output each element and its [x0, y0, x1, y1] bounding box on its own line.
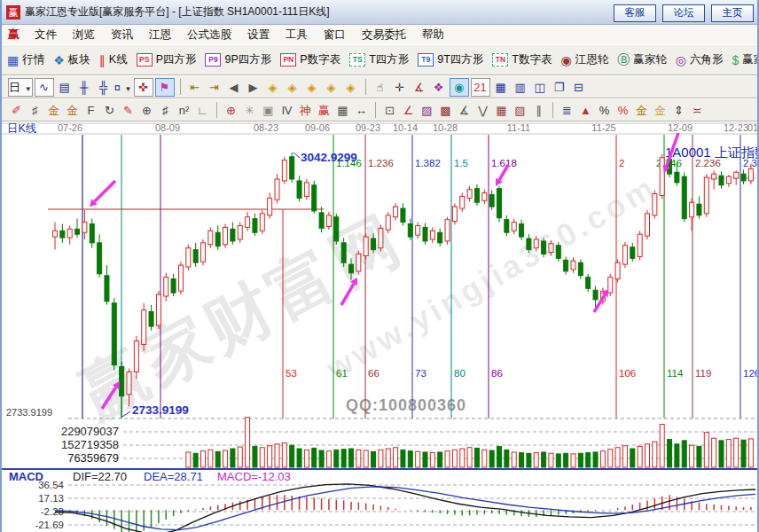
box-tool-icon[interactable]: ⊡: [382, 102, 398, 119]
toolbar-label: T四方形: [369, 52, 409, 67]
gold-grid-1-icon[interactable]: 金: [46, 102, 62, 119]
zoom-down-icon[interactable]: ◈: [284, 79, 301, 96]
fibonacci-grid-icon[interactable]: F: [83, 102, 99, 119]
toolbar-item-kline[interactable]: ∥K线: [99, 52, 128, 67]
calendar-icon[interactable]: 21: [471, 78, 490, 97]
last-bar-icon[interactable]: ⇥: [206, 79, 223, 96]
notes-icon[interactable]: ▥: [512, 79, 529, 96]
chart-bars-9-icon[interactable]: ╬: [95, 79, 113, 96]
draw-pencil-icon[interactable]: ✐: [9, 102, 25, 119]
star-burst-icon[interactable]: ✳: [242, 102, 258, 119]
toolbar-item-hexagon[interactable]: ◎六角形: [676, 52, 724, 67]
period-daily-icon[interactable]: 日 ▼: [8, 78, 33, 97]
h-measure-icon[interactable]: ↔: [354, 102, 370, 119]
price-grid-icon[interactable]: ▦: [494, 102, 510, 119]
menu-item-江恩[interactable]: 江恩: [141, 27, 179, 43]
menu-item-工具[interactable]: 工具: [278, 27, 316, 43]
gann-frame-icon[interactable]: ✜: [134, 78, 153, 97]
high-low-icon[interactable]: ≍: [690, 102, 706, 119]
fan-box-icon[interactable]: ▨: [419, 102, 435, 119]
gold-grid-2-icon[interactable]: 金: [65, 102, 81, 119]
levels-tool-icon[interactable]: ≣: [559, 102, 575, 119]
zoom-horizontal-icon[interactable]: ◈: [303, 79, 321, 96]
angle-measure-icon[interactable]: ∡: [411, 79, 428, 96]
menu-item-浏览[interactable]: 浏览: [65, 27, 103, 43]
hand-tool-icon[interactable]: ☝: [372, 79, 389, 96]
svg-text:3042.9299: 3042.9299: [301, 151, 357, 164]
zoom-expand-icon[interactable]: ◈: [323, 79, 340, 96]
zoom-all-icon[interactable]: ◈: [342, 79, 360, 96]
pressure-pct-icon[interactable]: ▲: [578, 102, 594, 119]
toolbar-item-gann-wheel[interactable]: ◉江恩轮: [561, 52, 609, 67]
menu-item-设置[interactable]: 设置: [239, 27, 278, 43]
next-bar-icon[interactable]: ▶: [245, 79, 262, 96]
toolbar-item-winner-wheel[interactable]: Ⓑ赢家轮: [617, 52, 667, 68]
menu-item-文件[interactable]: 文件: [27, 27, 65, 43]
ai-brain-icon[interactable]: ◉: [450, 78, 469, 97]
zoom-left-icon[interactable]: ◈: [264, 79, 282, 96]
menu-item-交易委托[interactable]: 交易委托: [354, 27, 414, 43]
trend-curve-icon[interactable]: ∿: [35, 78, 54, 97]
prev-bar-icon[interactable]: ◀: [225, 79, 243, 96]
v-measure-icon[interactable]: ⇕: [671, 102, 687, 119]
svg-text:11-25: 11-25: [591, 122, 615, 133]
title-bar: 赢 赢家江恩专业版[赢家服务平台] - [上证指数 SH1A0001-111日K…: [2, 0, 759, 25]
menu-item-资讯[interactable]: 资讯: [103, 27, 141, 43]
save-icon[interactable]: ◫: [531, 79, 549, 96]
toolbar-item-p-square[interactable]: PSP四方形: [137, 52, 197, 67]
circle-grid-icon[interactable]: ⊕: [139, 102, 155, 119]
v-lines-icon[interactable]: ⋁: [475, 102, 491, 119]
forum-button[interactable]: 论坛: [662, 4, 705, 22]
wave-count-icon[interactable]: Ⅳ: [279, 102, 295, 119]
angle-lines-icon[interactable]: ∟: [195, 102, 211, 119]
ruler-grid-icon[interactable]: ▦: [335, 102, 351, 119]
percent-tool-icon[interactable]: %: [597, 102, 613, 119]
toolbar-item-quotes[interactable]: ▦行情: [7, 52, 44, 67]
parallel-lines-icon[interactable]: ∥: [531, 102, 547, 119]
model-tool-icon[interactable]: ❖: [430, 79, 448, 96]
gold-lines-icon[interactable]: 金: [653, 102, 669, 119]
candle-style-icon[interactable]: ¤ ▼: [114, 79, 132, 96]
grid-tool-2-icon[interactable]: ♯: [158, 102, 174, 119]
menu-item-帮助[interactable]: 帮助: [414, 27, 452, 43]
flag-tool-icon[interactable]: ⚑: [155, 78, 175, 97]
menu-item-公式选股[interactable]: 公式选股: [179, 27, 239, 43]
kline-chart-canvas[interactable]: 赢家财富网www.yingjia360.comQQ:10080036007-26…: [2, 121, 759, 532]
calculator-icon[interactable]: ▦: [492, 79, 510, 96]
brush-tool-icon[interactable]: ✎: [121, 102, 137, 119]
svg-text:QQ:100800360: QQ:100800360: [346, 396, 466, 414]
toolbar-item-sectors[interactable]: ❖板块: [53, 52, 90, 67]
info-panel-icon[interactable]: ▤: [56, 79, 74, 96]
homepage-button[interactable]: 主页: [711, 4, 754, 22]
crosshair-tool-icon[interactable]: ✛: [391, 79, 409, 96]
first-bar-icon[interactable]: ⇤: [186, 79, 204, 96]
grid-tool-icon[interactable]: ♯: [27, 102, 43, 119]
shen-tool-icon[interactable]: 神: [298, 102, 314, 119]
percent-lines-icon[interactable]: %: [615, 102, 631, 119]
time-grid-icon[interactable]: ▧: [513, 102, 528, 119]
fan-lines-icon[interactable]: ∠: [401, 102, 417, 119]
menu-item-窗口[interactable]: 窗口: [316, 27, 354, 43]
angle-tool-2-icon[interactable]: ∡: [457, 102, 473, 119]
svg-text:1.236: 1.236: [368, 158, 394, 168]
gann-circle-icon[interactable]: ⊕: [223, 102, 239, 119]
spiral-box-icon[interactable]: ▩: [438, 102, 454, 119]
gold-circle-icon[interactable]: 金: [634, 102, 650, 119]
customer-service-button[interactable]: 客服: [614, 4, 656, 22]
toolbar-item-9t-square[interactable]: T99T四方形: [418, 52, 483, 67]
win-tool-icon[interactable]: 赢: [317, 102, 333, 119]
svg-text:229079037: 229079037: [61, 425, 119, 438]
windows-arrange-icon[interactable]: ❐: [551, 79, 568, 96]
toolbar-item-t-square[interactable]: TST四方形: [349, 52, 409, 67]
toolbar-item-t-table[interactable]: TNT数字表: [492, 52, 552, 67]
dropdown-arrow-icon: ▼: [25, 85, 32, 93]
square-numbers-icon[interactable]: n²: [176, 102, 192, 119]
toolbar-item-winner-stock[interactable]: $赢家股: [732, 52, 759, 67]
square-target-icon[interactable]: ▣: [261, 102, 277, 119]
chart-area[interactable]: 赢家财富网www.yingjia360.comQQ:10080036007-26…: [2, 121, 759, 532]
print-icon[interactable]: ⊟: [570, 79, 588, 96]
toolbar-item-9p-square[interactable]: P99P四方形: [205, 52, 271, 67]
spiral-tool-icon[interactable]: ↻: [102, 102, 118, 119]
toolbar-item-p-table[interactable]: PNP数字表: [280, 52, 340, 67]
chart-bars-3-icon[interactable]: ╫: [75, 79, 93, 96]
